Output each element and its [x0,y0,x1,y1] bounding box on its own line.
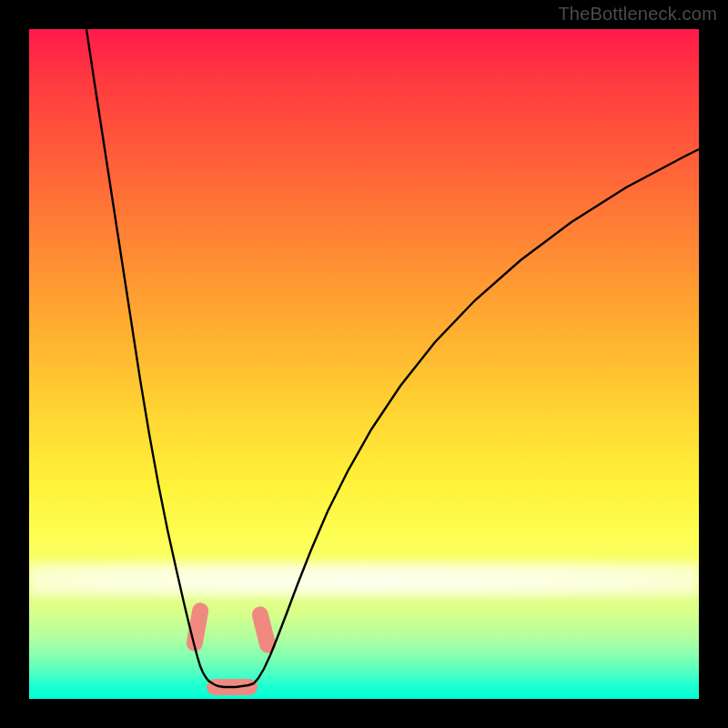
marker-group [185,602,278,695]
plot-area [29,29,699,699]
series-left-branch [86,29,214,684]
curve-layer [29,29,699,699]
watermark-text: TheBottleneck.com [558,4,717,25]
frame: TheBottleneck.com [0,0,728,728]
series-right-branch [254,149,699,683]
